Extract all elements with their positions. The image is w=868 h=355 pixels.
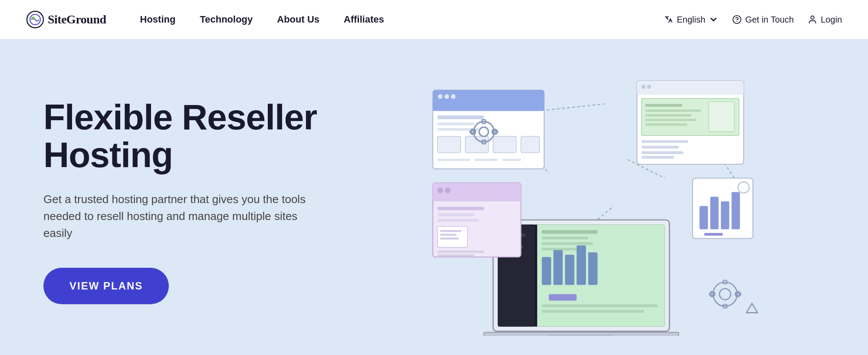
svg-rect-66 [577,246,586,285]
hero-svg-illustration [347,67,825,336]
svg-rect-68 [549,294,576,301]
svg-point-16 [444,94,449,99]
user-icon [808,15,817,24]
chevron-down-icon [709,15,718,24]
svg-rect-18 [437,115,484,119]
nav-about-us[interactable]: About Us [265,14,332,25]
svg-rect-86 [437,250,484,253]
logo-icon [26,10,44,29]
svg-point-31 [641,85,646,89]
svg-rect-27 [503,159,521,161]
svg-rect-14 [433,102,544,111]
svg-rect-67 [588,253,597,285]
help-icon [732,15,742,24]
svg-rect-43 [641,156,674,158]
svg-rect-48 [721,201,729,229]
svg-point-17 [451,94,456,99]
svg-point-77 [437,187,443,193]
svg-rect-42 [641,151,683,154]
logo-text: SiteGround [48,13,106,26]
svg-rect-46 [700,206,708,229]
svg-rect-34 [645,104,683,107]
svg-rect-49 [732,192,740,230]
svg-point-15 [438,94,443,99]
svg-point-99 [720,289,731,300]
nav-technology[interactable]: Technology [187,14,265,25]
hero-section: Flexible Reseller Hosting Get a trusted … [0,39,868,355]
get-in-touch-label: Get in Touch [745,15,794,25]
svg-rect-30 [637,89,744,95]
logo[interactable]: SiteGround [26,10,106,29]
nav-links: Hosting Technology About Us Affiliates [128,14,664,25]
svg-rect-50 [704,233,723,236]
navbar: SiteGround Hosting Technology About Us A… [0,0,868,39]
svg-rect-64 [553,250,562,285]
svg-rect-35 [645,109,701,112]
language-selector[interactable]: English [664,15,719,25]
svg-rect-59 [542,230,597,234]
view-plans-button[interactable]: VIEW PLANS [43,268,169,304]
svg-rect-72 [549,335,614,336]
hero-title: Flexible Reseller Hosting [43,99,347,173]
get-in-touch-link[interactable]: Get in Touch [732,15,794,25]
svg-rect-19 [437,122,475,125]
svg-rect-81 [437,219,479,222]
svg-rect-38 [645,123,687,125]
svg-rect-63 [542,257,551,285]
svg-rect-37 [645,119,697,121]
svg-rect-41 [641,146,679,148]
svg-rect-80 [437,214,475,216]
svg-marker-108 [746,303,758,312]
svg-rect-23 [493,136,516,152]
svg-rect-85 [440,237,459,239]
svg-rect-83 [440,230,461,232]
svg-point-32 [647,85,651,89]
nav-affiliates[interactable]: Affiliates [332,14,396,25]
svg-rect-36 [645,114,692,116]
svg-rect-24 [521,136,539,152]
svg-point-98 [713,282,737,306]
login-label: Login [821,15,842,25]
svg-point-2 [32,17,34,20]
hero-content: Flexible Reseller Hosting Get a trusted … [43,99,347,304]
svg-rect-65 [565,255,574,285]
svg-point-5 [811,16,814,19]
login-link[interactable]: Login [808,15,842,25]
language-label: English [677,15,706,25]
nav-hosting[interactable]: Hosting [128,14,188,25]
svg-rect-79 [437,207,484,210]
svg-rect-69 [542,304,658,307]
svg-rect-84 [440,234,456,236]
svg-rect-40 [641,140,688,143]
svg-rect-60 [542,237,588,239]
hero-description: Get a trusted hosting partner that gives… [43,191,312,242]
svg-rect-70 [542,310,644,312]
svg-rect-87 [437,254,475,256]
svg-rect-39 [709,102,734,131]
svg-rect-26 [474,159,497,161]
hero-illustration [347,67,825,336]
svg-rect-76 [433,196,521,201]
svg-rect-21 [437,136,460,152]
svg-rect-61 [542,242,593,245]
nav-right: English Get in Touch Login [664,15,842,25]
svg-rect-25 [437,159,470,161]
translate-icon [664,15,674,24]
svg-rect-47 [710,197,718,229]
svg-rect-82 [437,227,467,247]
svg-point-78 [445,187,450,193]
